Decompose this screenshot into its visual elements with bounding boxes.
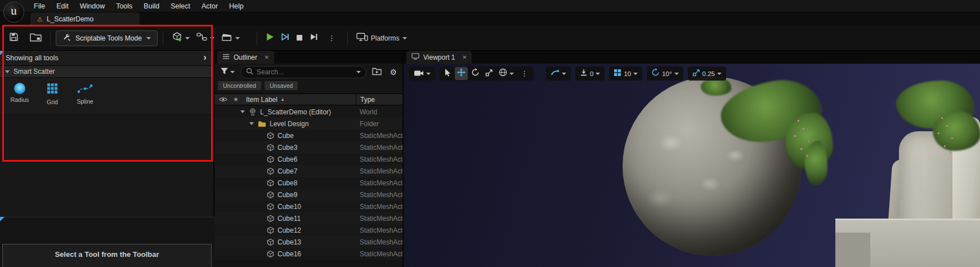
search-input[interactable] — [257, 68, 353, 76]
chevron-down-icon — [210, 37, 214, 39]
level-tab-bar: ⚠ L_ScatterDemo — [0, 12, 980, 26]
save-button[interactable] — [6, 29, 22, 47]
row-label: Cube7 — [278, 167, 297, 175]
type-column-header[interactable]: Type — [356, 94, 375, 105]
tools-mode-dropdown[interactable]: Scriptable Tools Mode — [56, 30, 158, 46]
stop-button[interactable] — [293, 30, 306, 46]
close-icon[interactable]: × — [462, 53, 467, 61]
level-tab[interactable]: ⚠ L_ScatterDemo — [30, 12, 140, 26]
grid-snap-button[interactable]: 10 — [611, 68, 640, 80]
cinematics-button[interactable] — [218, 29, 243, 47]
rotation-snap-button[interactable]: 10° — [649, 67, 681, 80]
camera-options-button[interactable] — [411, 68, 433, 80]
menu-item[interactable]: Edit — [51, 0, 74, 12]
scale-tool-button[interactable] — [483, 68, 495, 80]
surface-snap-button[interactable]: 0 — [578, 68, 602, 80]
chevron-down-icon — [717, 73, 722, 75]
table-row[interactable]: Cube11 StaticMeshAct — [214, 212, 404, 224]
browse-content-button[interactable] — [26, 29, 45, 47]
menu-item[interactable]: Actor — [196, 0, 223, 12]
favorite-column-star-icon[interactable]: ★ — [233, 96, 239, 103]
grass-foliage — [805, 141, 827, 186]
scale-box-icon — [485, 69, 493, 79]
menu-item[interactable]: Help — [223, 0, 249, 12]
item-label-column-header[interactable]: Item Label — [246, 96, 278, 104]
rotation-snap-icon — [651, 68, 660, 79]
frame-skip-button[interactable] — [278, 30, 293, 46]
tool-label: Radius — [11, 96, 29, 103]
row-label: Cube8 — [278, 179, 297, 187]
blueprints-button[interactable] — [193, 29, 218, 47]
search-box[interactable] — [240, 66, 366, 78]
transform-space-button[interactable] — [496, 67, 516, 80]
tab-outliner[interactable]: Outliner × — [217, 51, 274, 64]
table-row[interactable]: Cube StaticMeshAct — [214, 130, 404, 141]
menu-list: File Edit Window Tools Build Select Acto… — [28, 0, 249, 12]
launch-button[interactable] — [306, 30, 321, 46]
sort-ascending-icon: ▲ — [280, 97, 285, 102]
static-mesh-cube-icon — [267, 250, 274, 258]
table-row[interactable]: L_ScatterDemo (Editor) World — [214, 106, 404, 118]
folder-save-icon — [30, 32, 42, 44]
viewport-options-kebab[interactable]: ⋮ — [517, 68, 531, 79]
chevron-down-icon — [674, 73, 679, 75]
table-row[interactable]: Cube12 StaticMeshAct — [214, 224, 404, 236]
play-button[interactable] — [262, 30, 278, 46]
surface-snap-value: 0 — [590, 70, 593, 77]
cursor-arrow-icon — [444, 68, 451, 79]
table-row[interactable]: Cube3 StaticMeshAct — [214, 141, 404, 153]
visibility-column-eye-icon[interactable] — [219, 96, 227, 103]
close-icon[interactable]: × — [265, 53, 269, 61]
menu-item[interactable]: Build — [138, 0, 165, 12]
table-row[interactable]: Cube6 StaticMeshAct — [214, 153, 404, 165]
clapperboard-icon — [221, 32, 232, 44]
unreal-engine-logo-icon[interactable]: u — [3, 2, 24, 23]
filter-button[interactable] — [218, 65, 237, 79]
table-row[interactable]: Cube8 StaticMeshAct — [214, 177, 404, 189]
filter-chip[interactable]: Unsaved — [265, 81, 298, 90]
folder-icon — [258, 121, 266, 127]
rotation-snap-value: 10° — [662, 70, 672, 77]
expand-caret-icon[interactable] — [240, 110, 245, 113]
add-actor-button[interactable] — [168, 29, 193, 47]
tool-grid[interactable]: Grid — [38, 83, 66, 114]
move-tool-button[interactable] — [455, 67, 468, 80]
grid-tool-icon — [47, 83, 58, 96]
tool-spline[interactable]: Spline — [71, 83, 99, 114]
row-type: StaticMeshAct — [360, 167, 402, 175]
row-type: StaticMeshAct — [360, 132, 402, 140]
expand-caret-icon[interactable] — [249, 122, 254, 125]
table-row[interactable]: Cube16 StaticMeshAct — [214, 248, 404, 260]
filter-chip[interactable]: Uncontrolled — [218, 81, 261, 90]
rotate-tool-button[interactable] — [469, 67, 482, 80]
tools-panel-empty-area — [0, 115, 213, 208]
menu-item[interactable]: File — [28, 0, 51, 12]
save-icon — [9, 32, 19, 44]
table-row[interactable]: Cube10 StaticMeshAct — [214, 201, 404, 212]
scale-snap-button[interactable]: 0.25 — [690, 68, 724, 80]
gizmo-mode-button[interactable] — [548, 68, 569, 80]
menu-item[interactable]: Select — [165, 0, 196, 12]
table-row[interactable]: Cube9 StaticMeshAct — [214, 189, 404, 201]
table-row[interactable]: Cube13 StaticMeshAct — [214, 236, 404, 248]
kebab-menu-icon: ⋮ — [520, 69, 529, 78]
expand-chevron-icon[interactable]: › — [203, 52, 207, 63]
select-tool-button[interactable] — [442, 67, 454, 80]
dock-indicator — [0, 51, 5, 55]
surface-snap-icon — [580, 69, 588, 79]
table-row[interactable]: Cube7 StaticMeshAct — [214, 165, 404, 177]
viewport-3d-scene[interactable]: ⋮ 0 10 — [404, 64, 980, 267]
platforms-button[interactable]: Platforms — [353, 29, 410, 47]
add-folder-button[interactable] — [370, 65, 384, 79]
outliner-settings-button[interactable]: ⚙ — [387, 66, 399, 78]
menu-item[interactable]: Tools — [110, 0, 138, 12]
menu-item[interactable]: Window — [74, 0, 110, 12]
dock-indicator — [0, 217, 5, 221]
tab-viewport-1[interactable]: Viewport 1 × — [406, 51, 472, 64]
table-row[interactable]: Level Design Folder — [214, 118, 404, 130]
smart-scatter-section-header[interactable]: Smart Scatter — [0, 66, 213, 78]
chevron-down-icon — [402, 37, 407, 39]
tool-detail-message-box: Select a Tool from the Toolbar — [2, 244, 212, 267]
tool-radius[interactable]: Radius — [6, 83, 34, 114]
play-options-kebab[interactable]: ⋮ — [321, 31, 342, 45]
